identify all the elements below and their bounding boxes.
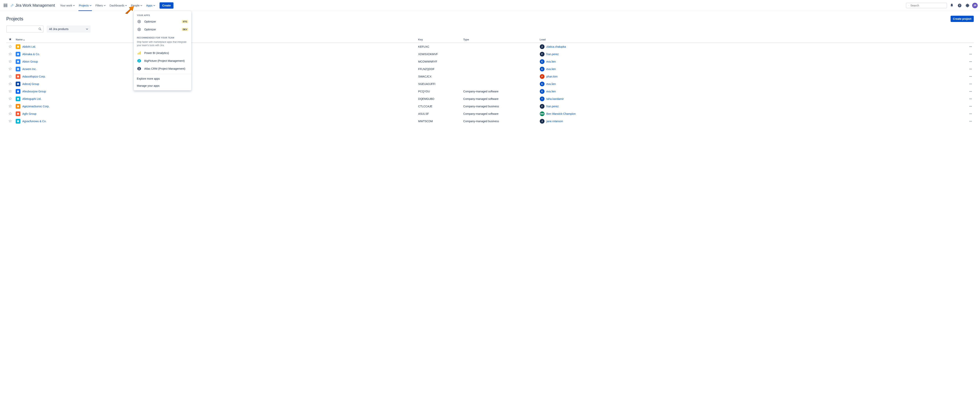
product-filter-dropdown[interactable]: All Jira products [47,26,91,33]
app-item[interactable]: Optimizer STG [134,18,191,26]
more-actions-button[interactable]: ⋯ [964,58,974,65]
lead-link[interactable]: fran.perez [546,105,559,108]
recommended-app-item[interactable]: Power BI (Analytics) [134,49,191,57]
more-actions-button[interactable]: ⋯ [964,118,974,125]
explore-more-apps[interactable]: Explore more apps [134,75,191,82]
search-input[interactable] [910,4,945,7]
product-logo[interactable]: Jira Work Management [10,3,55,8]
col-star[interactable] [6,37,14,43]
more-actions-button[interactable]: ⋯ [964,73,974,80]
project-name-link[interactable]: Adecej Group [22,82,39,86]
lead-link[interactable]: eva.lien [546,60,556,63]
col-key[interactable]: Key [417,37,462,43]
settings-icon[interactable] [964,2,970,9]
svg-rect-10 [139,52,139,54]
star-toggle[interactable] [6,103,14,110]
recommended-app-item[interactable]: BigPicture (Project Management) [134,57,191,65]
lead-link[interactable]: fran.perez [546,53,559,56]
col-name-label: Name [16,38,22,41]
project-type [462,58,538,65]
user-avatar[interactable]: JR [972,3,978,8]
nav-right: ? JR [906,2,978,9]
nav-dashboards[interactable]: Dashboards [108,3,129,8]
project-name-link[interactable]: Abilohi Ltd. [22,45,36,48]
nav-label: Apps [146,4,153,7]
col-lead-label: Lead [540,38,546,41]
star-toggle[interactable] [6,50,14,58]
project-key: SGEUAOJFFI [417,80,462,88]
more-actions-button[interactable]: ⋯ [964,43,974,50]
more-actions-button[interactable]: ⋯ [964,103,974,110]
col-name[interactable]: Name▲ [14,37,417,43]
notifications-icon[interactable] [949,2,955,9]
lead-link[interactable]: eva.lien [546,82,556,86]
star-outline-icon [8,52,12,56]
lead-link[interactable]: phan.kim [546,75,558,78]
star-outline-icon [8,97,12,101]
col-lead[interactable]: Lead [538,37,964,43]
project-name-link[interactable]: Afietoguphi Ltd. [22,97,41,101]
more-actions-button[interactable]: ⋯ [964,65,974,73]
star-toggle[interactable] [6,88,14,95]
app-label: Power BI (Analytics) [144,51,188,54]
create-project-button[interactable]: Create project [951,16,974,22]
more-actions-button[interactable]: ⋯ [964,88,974,95]
project-name-link[interactable]: Agezenacbunoc Corp. [22,105,49,108]
lead-link[interactable]: eva.lien [546,67,556,71]
app-icon [137,51,142,55]
app-switcher-icon[interactable] [2,2,9,9]
svg-rect-26 [17,113,19,115]
help-icon[interactable]: ? [956,2,963,9]
star-toggle[interactable] [6,43,14,50]
lead-link[interactable]: eva.lien [546,90,556,93]
project-avatar-icon [16,97,21,101]
nav-projects[interactable]: Projects [77,3,93,8]
more-actions-button[interactable]: ⋯ [964,50,974,58]
nav-label: People [131,4,140,7]
col-type[interactable]: Type [462,37,538,43]
svg-rect-27 [17,120,19,122]
project-name-link[interactable]: Agvacfunowu & Co. [22,120,46,123]
app-item[interactable]: Optimizer DEV [134,26,191,34]
svg-point-15 [39,28,41,30]
project-name-link[interactable]: Agfo Group [22,112,37,115]
star-toggle[interactable] [6,80,14,88]
lead-link[interactable]: jane.rotanson [546,120,563,123]
more-actions-button[interactable]: ⋯ [964,110,974,118]
project-name-link[interactable]: Afeubourjow Group [22,90,46,93]
lead-link[interactable]: zlatica.chalupka [546,45,566,48]
lead-link[interactable]: taha.kandamir [546,97,564,101]
project-name-link[interactable]: Abinaka & Co. [22,53,40,56]
project-search-input[interactable] [6,26,43,33]
star-toggle[interactable] [6,118,14,125]
recommended-app-item[interactable]: Atlas CRM (Project Management) [134,65,191,73]
more-actions-button[interactable]: ⋯ [964,95,974,103]
star-icon [9,38,12,41]
manage-your-apps[interactable]: Manage your apps [134,82,191,89]
project-name-link[interactable]: Adasotfopizo Corp. [22,75,46,78]
star-toggle[interactable] [6,110,14,118]
nav-filters[interactable]: Filters [94,3,107,8]
star-toggle[interactable] [6,73,14,80]
star-toggle[interactable] [6,65,14,73]
project-name-link[interactable]: Acwem Inc. [22,67,37,71]
more-actions-button[interactable]: ⋯ [964,80,974,88]
project-avatar-icon [16,52,21,56]
project-key: ASULSF [417,110,462,118]
star-toggle[interactable] [6,58,14,65]
nav-apps[interactable]: Apps [145,3,157,8]
project-name-link[interactable]: Abton Group [22,60,38,63]
app-label: BigPicture (Project Management) [144,59,188,62]
star-toggle[interactable] [6,95,14,103]
chevron-down-icon [125,5,127,6]
nav-people[interactable]: People [129,3,144,8]
project-key: KEFUXC [417,43,462,50]
project-avatar-icon [16,112,21,116]
global-search[interactable] [906,3,947,8]
app-label: Optimizer [144,20,179,23]
lead-link[interactable]: Ben Warwick-Champion [546,112,576,115]
create-button[interactable]: Create [159,2,173,9]
table-row: Afietoguphi Ltd. DQEMGUBD Company-manage… [6,95,974,103]
project-key: FFLNZQDDF [417,65,462,73]
nav-your-work[interactable]: Your work [59,3,76,8]
